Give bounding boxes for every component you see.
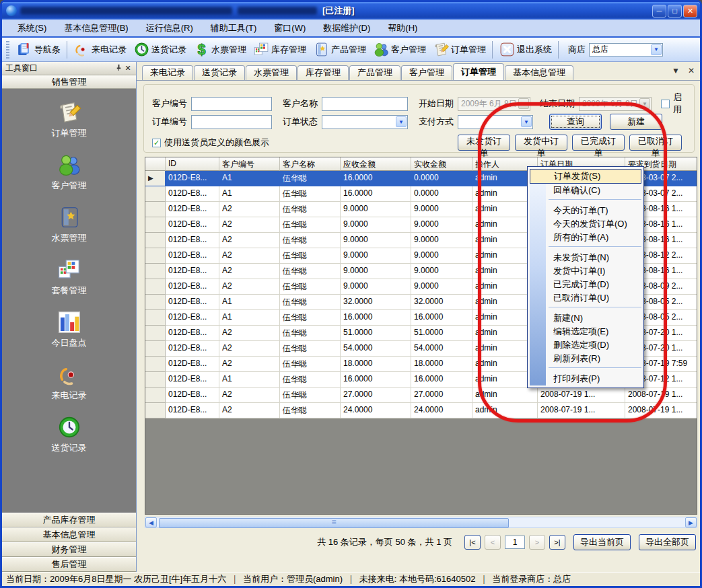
store-select[interactable]: 总店 ▼ (589, 43, 663, 57)
toolbar-product-button[interactable]: 产品管理 (310, 40, 370, 59)
header-customer-name[interactable]: 客户名称 (280, 157, 341, 171)
sidebar-group-sales[interactable]: 销售管理 (2, 75, 136, 89)
toolbar-order-button[interactable]: 订单管理 (429, 40, 489, 59)
tab[interactable]: 库存管理 (297, 65, 349, 80)
row-selector[interactable] (145, 357, 166, 372)
enable-checkbox[interactable] (661, 100, 670, 108)
sidebar-close-icon[interactable]: ✕ (123, 64, 133, 73)
sidebar-item-package[interactable]: 套餐管理 (52, 257, 87, 297)
last-page-button[interactable]: >| (549, 535, 565, 550)
scroll-right-icon[interactable]: ▶ (685, 517, 697, 527)
tab[interactable]: 水票管理 (246, 65, 297, 80)
header-customer-code[interactable]: 客户编号 (219, 157, 280, 171)
context-menu-item[interactable] (549, 246, 641, 251)
maximize-button[interactable]: □ (668, 5, 682, 17)
toolbar-water-ticket-button[interactable]: 水票管理 (190, 40, 250, 59)
sidebar-item-order[interactable]: 订单管理 (52, 100, 87, 139)
row-selector[interactable] (145, 403, 166, 418)
context-menu-item[interactable]: 刷新列表(R) (546, 352, 641, 365)
context-menu-item[interactable]: 今天的订单(T) (546, 204, 641, 217)
new-button[interactable]: 新建 (610, 114, 662, 130)
toolbar-grip[interactable] (6, 41, 9, 59)
color-display-checkbox[interactable]: ✓ (152, 139, 161, 147)
toolbar-navigator-button[interactable]: 导航条 (13, 40, 64, 59)
scrollbar-thumb[interactable] (159, 518, 509, 528)
export-all-pages-button[interactable]: 导出全部页 (639, 534, 696, 550)
context-menu-item[interactable]: 订单发货(S) (530, 169, 641, 184)
context-menu-item[interactable]: 今天的发货订单(O) (546, 217, 641, 231)
customer-name-input[interactable] (322, 97, 408, 111)
header-amount-paid[interactable]: 实收金额 (411, 157, 472, 171)
context-menu-item[interactable]: 编辑选定项(E) (546, 325, 641, 338)
start-date-picker[interactable]: 2009年 6月 8日 ▼ (458, 97, 530, 111)
row-selector[interactable] (145, 372, 166, 388)
toolbar-call-log-button[interactable]: 来电记录 (70, 40, 130, 59)
sidebar-group-button[interactable]: 产品库存管理 (2, 513, 136, 527)
pay-method-select[interactable]: ▼ (458, 115, 533, 129)
sidebar-item-today-check[interactable]: 今日盘点 (52, 309, 87, 349)
tab[interactable]: 送货记录 (194, 65, 245, 80)
row-selector[interactable] (145, 310, 166, 326)
row-selector[interactable] (145, 217, 166, 233)
close-button[interactable]: ✕ (683, 5, 697, 17)
row-selector[interactable] (145, 248, 166, 264)
toolbar-delivery-log-button[interactable]: 送货记录 (130, 40, 190, 59)
menu-item[interactable]: 基本信息管理(B) (55, 20, 137, 37)
menu-item[interactable]: 数据维护(D) (314, 20, 379, 37)
row-selector[interactable] (145, 171, 166, 186)
tab[interactable]: 产品管理 (349, 65, 400, 80)
chevron-down-icon[interactable]: ▼ (396, 116, 407, 127)
order-status-select[interactable]: ▼ (322, 115, 408, 129)
context-menu-item[interactable]: 回单确认(C) (546, 184, 641, 197)
filter-completed-button[interactable]: 已完成订单 (572, 135, 625, 151)
context-menu-item[interactable]: 已取消订单(U) (546, 291, 641, 305)
sidebar-item-water-ticket[interactable]: 水票管理 (52, 205, 87, 244)
menu-item[interactable]: 运行信息(R) (137, 20, 202, 37)
chevron-down-icon[interactable]: ▼ (521, 116, 532, 127)
toolbar-inventory-button[interactable]: 库存管理 (250, 40, 310, 59)
menu-item[interactable]: 辅助工具(T) (202, 20, 266, 37)
context-menu-item[interactable]: 删除选定项(D) (546, 338, 641, 352)
context-menu-item[interactable]: 发货中订单(I) (546, 264, 641, 278)
tabs-close-icon[interactable]: ✕ (688, 66, 695, 75)
context-menu-item[interactable]: 未发货订单(N) (546, 251, 641, 264)
minimize-button[interactable]: ─ (652, 5, 666, 17)
next-page-button[interactable]: > (529, 535, 545, 550)
filter-cancelled-button[interactable]: 已取消订单 (629, 135, 682, 151)
row-selector[interactable] (145, 233, 166, 248)
row-selector[interactable] (145, 264, 166, 279)
query-button[interactable]: 查询 (549, 114, 602, 130)
row-selector[interactable] (145, 341, 166, 357)
sidebar-item-call-log[interactable]: 来电记录 (52, 362, 87, 402)
scroll-left-icon[interactable]: ◀ (145, 517, 157, 527)
filter-shipping-button[interactable]: 发货中订单 (515, 135, 567, 151)
row-selector[interactable] (145, 388, 166, 403)
pin-icon[interactable] (114, 64, 123, 73)
chevron-down-icon[interactable]: ▼ (651, 44, 662, 55)
table-row[interactable]: 012D-E8... A2 伍华聪 24.0000 24.0000 admin … (145, 403, 697, 418)
context-menu-item[interactable] (549, 199, 641, 204)
context-menu-item[interactable] (549, 307, 641, 311)
sidebar-group-button[interactable]: 基本信息管理 (2, 527, 136, 542)
tab[interactable]: 订单管理 (453, 63, 504, 80)
row-selector[interactable] (145, 202, 166, 217)
table-row[interactable]: 012D-E8... A2 伍华聪 27.0000 27.0000 admin … (145, 388, 697, 403)
filter-unshipped-button[interactable]: 未发货订单 (458, 135, 510, 151)
menu-item[interactable]: 帮助(H) (379, 20, 426, 37)
context-menu-item[interactable]: 新建(N) (546, 311, 641, 325)
context-menu-item[interactable]: 已完成订单(D) (546, 278, 641, 291)
sidebar-item-customer[interactable]: 客户管理 (52, 152, 87, 192)
row-selector[interactable] (145, 279, 166, 295)
customer-code-input[interactable] (191, 97, 272, 111)
first-page-button[interactable]: |< (464, 535, 481, 550)
tab[interactable]: 基本信息管理 (505, 65, 573, 80)
context-menu-item[interactable] (549, 367, 641, 372)
horizontal-scrollbar[interactable]: ◀ ▶ (145, 517, 697, 528)
toolbar-exit-button[interactable]: 退出系统 (495, 40, 555, 59)
sidebar-group-button[interactable]: 售后管理 (2, 557, 136, 572)
tab[interactable]: 客户管理 (401, 65, 452, 80)
end-date-picker[interactable]: 2009年 6月 8日 ▼ (579, 97, 652, 111)
menu-item[interactable]: 窗口(W) (265, 20, 314, 37)
row-selector[interactable] (145, 326, 166, 341)
toolbar-customer-button[interactable]: 客户管理 (370, 40, 429, 59)
